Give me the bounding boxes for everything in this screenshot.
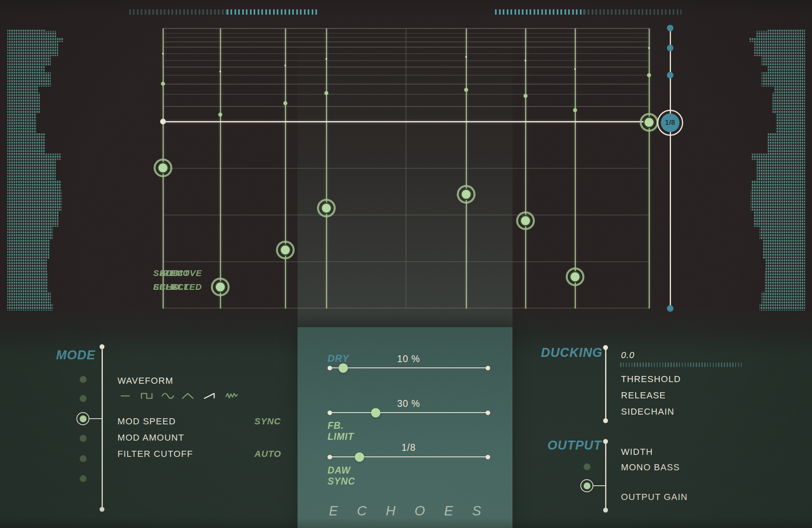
division-badge[interactable]: 1/8	[661, 113, 680, 132]
output-row-label: MONO BASS	[621, 462, 680, 473]
slider-3-right-end-dot	[486, 455, 490, 459]
echo-3-tick-marker	[284, 65, 286, 66]
echo-7-mod-dot	[573, 108, 577, 112]
waveform-label: WAVEFORM	[117, 376, 174, 386]
mode-item-dot-filter[interactable]	[80, 376, 87, 383]
echo-1-tick-marker	[162, 53, 164, 54]
param-tag-auto[interactable]: AUTO	[254, 449, 281, 459]
waveform-saw-icon[interactable]	[203, 391, 217, 400]
waveform-square-icon[interactable]	[140, 391, 154, 400]
center-column-overlay	[297, 28, 512, 327]
mode-item-dot-pan[interactable]	[80, 455, 87, 462]
output-row-label: OUTPUT GAIN	[621, 492, 688, 502]
halftone-silhouette-right	[745, 29, 806, 311]
param-label: FILTER CUTOFF	[117, 449, 193, 459]
ducking-row-label: RELEASE	[621, 390, 666, 401]
echo-8-mod-dot	[647, 73, 651, 77]
echo-4-node[interactable]	[317, 199, 336, 217]
echo-4-line	[326, 28, 327, 309]
slider-2-left-end-dot	[328, 411, 332, 415]
echo-5-tick-marker	[465, 56, 467, 58]
time-ruler-line[interactable]	[670, 28, 671, 309]
param-tag-sync[interactable]: SYNC	[254, 416, 281, 427]
echo-7-line	[575, 28, 576, 309]
echoes-plugin-window: ADD ECHOSELECT ALLREMOVE SELECTED 1/8 MO…	[0, 0, 812, 528]
mode-selector-track[interactable]	[102, 347, 103, 509]
mode-selected-ring	[76, 412, 89, 425]
output-track-bottom-dot	[603, 508, 608, 513]
slider-1-handle[interactable]	[339, 363, 348, 373]
echo-8-tick-marker	[648, 47, 650, 49]
output-track[interactable]	[605, 441, 606, 510]
plugin-logo: ECHOES	[297, 503, 512, 519]
echo-8-line	[649, 28, 650, 309]
action-remove-selected[interactable]: REMOVE SELECTED	[153, 266, 202, 294]
echo-2-tick-marker	[219, 71, 221, 72]
ducking-track[interactable]	[605, 348, 606, 421]
level-line[interactable]	[163, 121, 649, 122]
slider-2-track[interactable]	[330, 412, 488, 413]
echo-6-node[interactable]	[516, 211, 535, 230]
mode-track-bottom-dot	[100, 507, 104, 512]
echo-2-node[interactable]	[211, 278, 230, 296]
mode-panel-title: MODE	[56, 348, 96, 363]
waveform-triangle-icon[interactable]	[181, 391, 195, 400]
ducking-meter-value[interactable]: 0.0	[621, 350, 635, 361]
output-row-label: WIDTH	[621, 447, 653, 457]
mode-item-dot-tape[interactable]	[80, 435, 87, 442]
slider-1-track[interactable]	[330, 367, 488, 369]
slider-2-sub-label[interactable]: FB. LIMIT	[328, 420, 354, 442]
top-tick-strip-right-dim	[584, 9, 682, 15]
slider-3-track[interactable]	[330, 456, 488, 458]
echo-6-line	[525, 28, 526, 309]
mode-item-dot-reverb[interactable]	[80, 395, 87, 402]
echo-3-line	[285, 28, 286, 309]
slider-1-right-end-dot	[486, 366, 490, 370]
waveform-random-icon[interactable]	[225, 391, 239, 400]
param-label: MOD SPEED	[117, 416, 176, 427]
echo-4-mod-dot	[324, 91, 328, 95]
time-ruler-dot-3[interactable]	[667, 72, 673, 78]
output-toggle-dot-filters[interactable]	[584, 463, 591, 470]
slider-3-sub-label[interactable]: DAW SYNC	[328, 465, 355, 487]
slider-1-value[interactable]: 10 %	[330, 354, 488, 365]
output-panel-title: OUTPUT	[547, 438, 601, 453]
echo-3-mod-dot	[283, 101, 287, 105]
ducking-track-top-dot	[603, 345, 608, 350]
mode-selected-connector	[89, 418, 102, 419]
level-line-end-dot	[160, 119, 166, 124]
slider-3-value[interactable]: 1/8	[330, 442, 488, 453]
grid-bar-divider-line	[406, 28, 406, 309]
echo-1-mod-dot	[161, 82, 165, 86]
mode-track-top-dot	[100, 344, 104, 349]
slider-2-value[interactable]: 30 %	[330, 398, 488, 409]
output-selected-connector	[593, 485, 605, 487]
top-tick-strip-left-dim	[129, 9, 227, 15]
echo-6-mod-dot	[523, 94, 528, 98]
output-track-top-dot	[603, 439, 608, 444]
echo-1-node[interactable]	[154, 159, 172, 177]
waveform-flat-icon[interactable]	[118, 391, 132, 400]
echo-5-line	[466, 28, 467, 309]
output-selected-ring	[580, 479, 593, 492]
halftone-silhouette-left	[7, 29, 67, 311]
echo-5-mod-dot	[464, 88, 468, 92]
echo-7-node[interactable]	[566, 267, 584, 286]
echo-5-node[interactable]	[457, 185, 475, 204]
waveform-sine-icon[interactable]	[161, 391, 175, 400]
sidechain-label: SIDECHAIN	[621, 406, 675, 417]
slider-3-handle[interactable]	[355, 452, 364, 462]
echo-3-node[interactable]	[276, 241, 295, 259]
mode-item-dot-lo-fi[interactable]	[80, 475, 87, 482]
param-label: MOD AMOUNT	[117, 432, 185, 443]
echo-6-tick-marker	[525, 60, 526, 61]
slider-3-left-end-dot	[328, 455, 332, 459]
ducking-row-label: THRESHOLD	[621, 374, 681, 385]
ducking-panel-title: DUCKING	[541, 345, 603, 360]
slider-2-handle[interactable]	[371, 408, 380, 417]
slider-1-left-end-dot	[328, 366, 332, 370]
echo-7-tick-marker	[574, 68, 576, 70]
echo-8-node-selected[interactable]	[640, 113, 658, 132]
time-ruler-dot-1[interactable]	[667, 25, 673, 31]
time-ruler-dot-2[interactable]	[667, 45, 673, 51]
